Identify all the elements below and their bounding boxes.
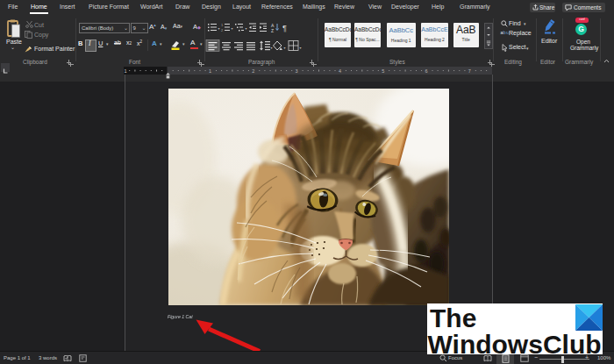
svg-text:▾: ▾: [300, 46, 302, 50]
svg-text:▾: ▾: [284, 46, 286, 50]
svg-text:▾: ▾: [232, 26, 233, 31]
svg-text:Z: Z: [271, 28, 274, 33]
svg-text:▾: ▾: [271, 46, 273, 50]
svg-text:¶: ¶: [282, 24, 287, 32]
svg-text:2: 2: [221, 28, 224, 32]
svg-text:▾: ▾: [246, 26, 247, 31]
svg-text:1: 1: [221, 23, 224, 27]
svg-text:▾: ▾: [218, 26, 220, 31]
